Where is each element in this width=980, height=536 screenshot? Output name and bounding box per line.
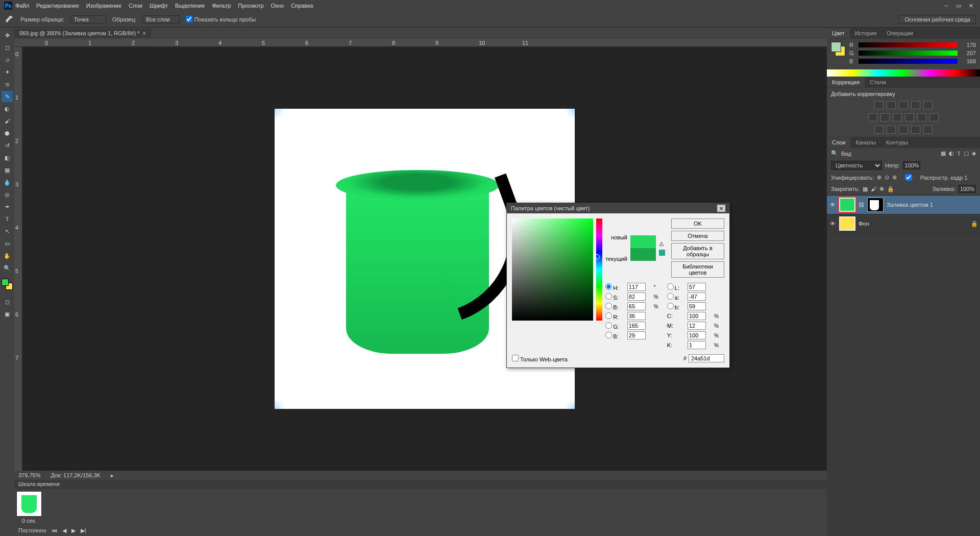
minimize-button[interactable]: ─ xyxy=(941,2,951,9)
websafe-icon[interactable] xyxy=(659,250,665,256)
ok-button[interactable]: OK xyxy=(671,218,724,229)
exposure-icon[interactable] xyxy=(911,101,920,109)
frame-time[interactable]: 0 сек. xyxy=(16,518,42,524)
document-tab[interactable]: 069.jpg @ 380% (Заливка цветом 1, RGB/8#… xyxy=(14,29,151,38)
r-input[interactable] xyxy=(627,312,646,320)
r-radio[interactable] xyxy=(605,312,612,319)
layer-thumb[interactable] xyxy=(839,216,855,231)
unify-style-icon[interactable]: ⊗ xyxy=(892,174,897,181)
hue-strip[interactable] xyxy=(596,218,603,321)
prev-frame-icon[interactable]: ◀ xyxy=(62,527,66,534)
color-ramp[interactable] xyxy=(827,69,980,77)
color-chips[interactable] xyxy=(2,279,13,290)
selective-icon[interactable] xyxy=(923,126,933,134)
tab-actions[interactable]: Операции xyxy=(881,28,918,38)
filter-pixel-icon[interactable]: ▦ xyxy=(941,150,946,157)
photo-filter-icon[interactable] xyxy=(905,113,914,121)
a-radio[interactable] xyxy=(667,293,674,300)
path-tool[interactable]: ↖ xyxy=(2,226,13,237)
stamp-tool[interactable]: ⬢ xyxy=(2,128,13,139)
heal-tool[interactable]: ◐ xyxy=(2,103,13,114)
gradient-map-icon[interactable] xyxy=(911,126,920,134)
menu-image[interactable]: Изображение xyxy=(86,3,121,9)
menu-file[interactable]: Файл xyxy=(15,3,29,9)
blue-radio[interactable] xyxy=(605,332,612,338)
pen-tool[interactable]: ✒ xyxy=(2,201,13,212)
hand-tool[interactable]: ✋ xyxy=(2,250,13,261)
play-icon[interactable]: ▶ xyxy=(71,527,76,534)
r-value[interactable]: 170 xyxy=(961,42,976,48)
blend-mode-select[interactable]: Цветность xyxy=(831,161,882,170)
g-slider[interactable] xyxy=(859,51,958,56)
curves-icon[interactable] xyxy=(899,101,908,109)
color-swatch[interactable] xyxy=(630,235,656,261)
k-input[interactable] xyxy=(688,341,706,349)
unify-pos-icon[interactable]: ⊕ xyxy=(877,174,881,181)
lock-trans-icon[interactable]: ▦ xyxy=(863,186,868,192)
menu-view[interactable]: Просмотр xyxy=(238,3,263,9)
menu-help[interactable]: Справка xyxy=(291,3,313,9)
marquee-tool[interactable]: ◻ xyxy=(2,42,13,53)
zoom-tool[interactable]: 🔍 xyxy=(2,262,13,274)
filter-type-icon[interactable]: T xyxy=(957,151,961,157)
zoom-level[interactable]: 379,75% xyxy=(18,472,40,478)
y-input[interactable] xyxy=(688,331,706,339)
picker-close-button[interactable]: ✕ xyxy=(717,205,725,212)
quickmask-tool[interactable]: ◻ xyxy=(2,296,13,307)
eyedropper-tool[interactable]: ✎ xyxy=(2,91,13,102)
h-radio[interactable] xyxy=(605,283,612,290)
tab-paths[interactable]: Контуры xyxy=(881,137,913,148)
move-tool[interactable]: ✥ xyxy=(2,30,13,41)
visibility-icon[interactable]: 👁 xyxy=(829,220,836,227)
unify-vis-icon[interactable]: ⊙ xyxy=(885,174,889,181)
mixer-icon[interactable] xyxy=(917,113,926,121)
l-input[interactable] xyxy=(688,283,706,291)
m-input[interactable] xyxy=(688,322,706,330)
opacity-input[interactable] xyxy=(903,161,920,169)
vibrance-icon[interactable] xyxy=(923,101,933,109)
timeline-mode[interactable]: Постоянно xyxy=(18,527,46,533)
eraser-tool[interactable]: ◧ xyxy=(2,152,13,163)
maximize-button[interactable]: ▭ xyxy=(953,2,964,9)
workspace-button[interactable]: Основная рабочая среда xyxy=(899,15,976,24)
layer-name[interactable]: Фон xyxy=(859,221,869,227)
gamut-warning-icon[interactable]: ⚠ xyxy=(659,241,665,248)
s-input[interactable] xyxy=(627,293,646,301)
crop-tool[interactable]: ⧈ xyxy=(2,79,13,90)
menu-window[interactable]: Окно xyxy=(271,3,284,9)
layer-name[interactable]: Заливка цветом 1 xyxy=(887,202,933,208)
visibility-icon[interactable]: 👁 xyxy=(829,201,836,208)
threshold-icon[interactable] xyxy=(899,126,908,134)
shape-tool[interactable]: ▭ xyxy=(2,238,13,249)
layer-mask-thumb[interactable] xyxy=(867,198,884,212)
sample-size-select[interactable]: Точка xyxy=(70,15,106,23)
layer-thumb[interactable] xyxy=(839,198,855,212)
menu-select[interactable]: Выделение xyxy=(175,3,205,9)
document-tab-close[interactable]: × xyxy=(142,30,145,36)
first-frame-icon[interactable]: ⏮ xyxy=(52,527,57,533)
hex-input[interactable] xyxy=(689,354,724,362)
b-value[interactable]: 168 xyxy=(961,58,976,64)
bri-input[interactable] xyxy=(627,302,646,310)
tab-color[interactable]: Цвет xyxy=(827,28,850,38)
layer-filter[interactable]: Вид xyxy=(841,151,851,157)
levels-icon[interactable] xyxy=(887,101,896,109)
fg-color-chip[interactable] xyxy=(2,279,9,286)
lock-all-icon[interactable]: 🔒 xyxy=(887,186,894,192)
screenmode-tool[interactable]: ▣ xyxy=(2,308,13,320)
g-value[interactable]: 207 xyxy=(961,50,976,56)
lock-pos-icon[interactable]: ✥ xyxy=(879,186,884,192)
tab-layers[interactable]: Слои xyxy=(827,137,851,148)
menu-layers[interactable]: Слои xyxy=(129,3,142,9)
fill-input[interactable] xyxy=(959,185,976,193)
lasso-tool[interactable]: ⊃ xyxy=(2,54,13,65)
tab-history[interactable]: История xyxy=(850,28,882,38)
brush-tool[interactable]: 🖌 xyxy=(2,115,13,127)
lab-b-input[interactable] xyxy=(688,302,706,310)
wand-tool[interactable]: ✦ xyxy=(2,66,13,78)
gradient-tool[interactable]: ▦ xyxy=(2,164,13,176)
menu-filter[interactable]: Фильтр xyxy=(212,3,231,9)
color-libs-button[interactable]: Библиотеки цветов xyxy=(671,261,724,278)
menu-type[interactable]: Шрифт xyxy=(150,3,168,9)
lab-b-radio[interactable] xyxy=(667,303,674,309)
